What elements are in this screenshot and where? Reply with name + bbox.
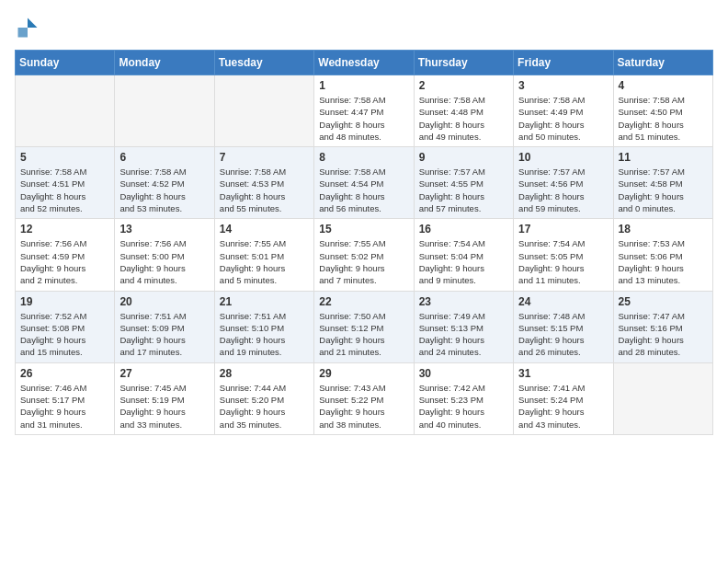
day-info: Sunrise: 7:58 AMSunset: 4:52 PMDaylight:… [119,166,209,214]
day-number: 31 [518,367,608,380]
day-number: 16 [419,223,508,236]
calendar-day-cell: 10Sunrise: 7:57 AMSunset: 4:56 PMDayligh… [514,147,613,219]
calendar-day-cell: 21Sunrise: 7:51 AMSunset: 5:10 PMDayligh… [214,291,313,362]
day-number: 29 [319,367,408,380]
day-number: 3 [518,79,608,92]
day-number: 13 [119,223,209,236]
calendar-day-cell: 28Sunrise: 7:44 AMSunset: 5:20 PMDayligh… [214,362,313,434]
calendar-day-cell: 17Sunrise: 7:54 AMSunset: 5:05 PMDayligh… [514,219,613,291]
day-number: 21 [220,295,309,308]
day-info: Sunrise: 7:42 AMSunset: 5:23 PMDaylight:… [419,382,508,431]
day-info: Sunrise: 7:56 AMSunset: 5:00 PMDaylight:… [119,237,209,286]
day-info: Sunrise: 7:44 AMSunset: 5:20 PMDaylight:… [220,382,309,431]
day-info: Sunrise: 7:58 AMSunset: 4:54 PMDaylight:… [319,166,408,214]
day-number: 6 [119,151,209,164]
day-info: Sunrise: 7:57 AMSunset: 4:58 PMDaylight:… [619,166,708,214]
logo-icon [15,15,40,40]
day-info: Sunrise: 7:58 AMSunset: 4:47 PMDaylight:… [319,94,408,143]
svg-rect-1 [18,28,28,38]
day-number: 8 [319,151,408,164]
calendar-day-cell: 8Sunrise: 7:58 AMSunset: 4:54 PMDaylight… [314,147,414,219]
calendar-day-cell: 16Sunrise: 7:54 AMSunset: 5:04 PMDayligh… [414,219,513,291]
day-info: Sunrise: 7:58 AMSunset: 4:49 PMDaylight:… [518,94,608,143]
page-header [15,15,713,40]
day-number: 9 [419,151,508,164]
day-info: Sunrise: 7:58 AMSunset: 4:50 PMDaylight:… [619,94,708,143]
calendar-day-cell [16,75,115,147]
day-number: 14 [220,223,309,236]
weekday-header-cell: Sunday [16,51,115,75]
calendar-day-cell: 30Sunrise: 7:42 AMSunset: 5:23 PMDayligh… [414,362,513,434]
calendar-day-cell: 27Sunrise: 7:45 AMSunset: 5:19 PMDayligh… [115,362,214,434]
day-number: 5 [20,151,109,164]
calendar-day-cell [214,75,313,147]
day-number: 22 [319,295,408,308]
calendar-day-cell: 2Sunrise: 7:58 AMSunset: 4:48 PMDaylight… [414,75,513,147]
calendar-day-cell: 3Sunrise: 7:58 AMSunset: 4:49 PMDaylight… [514,75,613,147]
day-info: Sunrise: 7:49 AMSunset: 5:13 PMDaylight:… [419,310,508,359]
calendar-day-cell: 20Sunrise: 7:51 AMSunset: 5:09 PMDayligh… [115,291,214,362]
weekday-header-cell: Thursday [414,51,513,75]
calendar-week-row: 26Sunrise: 7:46 AMSunset: 5:17 PMDayligh… [16,362,713,434]
calendar-day-cell: 26Sunrise: 7:46 AMSunset: 5:17 PMDayligh… [16,362,115,434]
day-info: Sunrise: 7:54 AMSunset: 5:04 PMDaylight:… [419,237,508,286]
weekday-header-cell: Saturday [613,51,712,75]
calendar-week-row: 1Sunrise: 7:58 AMSunset: 4:47 PMDaylight… [16,75,713,147]
calendar-day-cell: 19Sunrise: 7:52 AMSunset: 5:08 PMDayligh… [16,291,115,362]
calendar-day-cell: 22Sunrise: 7:50 AMSunset: 5:12 PMDayligh… [314,291,414,362]
day-info: Sunrise: 7:53 AMSunset: 5:06 PMDaylight:… [619,237,708,286]
day-info: Sunrise: 7:58 AMSunset: 4:53 PMDaylight:… [220,166,309,214]
day-number: 1 [319,79,408,92]
day-info: Sunrise: 7:55 AMSunset: 5:02 PMDaylight:… [319,237,408,286]
calendar-day-cell: 18Sunrise: 7:53 AMSunset: 5:06 PMDayligh… [613,219,712,291]
calendar-day-cell: 1Sunrise: 7:58 AMSunset: 4:47 PMDaylight… [314,75,414,147]
day-number: 20 [119,295,209,308]
calendar-day-cell [613,362,712,434]
calendar-day-cell: 29Sunrise: 7:43 AMSunset: 5:22 PMDayligh… [314,362,414,434]
day-number: 27 [119,367,209,380]
day-number: 4 [619,79,708,92]
day-info: Sunrise: 7:58 AMSunset: 4:48 PMDaylight:… [419,94,508,143]
day-number: 7 [220,151,309,164]
calendar-day-cell: 5Sunrise: 7:58 AMSunset: 4:51 PMDaylight… [16,147,115,219]
calendar-day-cell: 12Sunrise: 7:56 AMSunset: 4:59 PMDayligh… [16,219,115,291]
calendar-day-cell: 6Sunrise: 7:58 AMSunset: 4:52 PMDaylight… [115,147,214,219]
calendar-day-cell: 23Sunrise: 7:49 AMSunset: 5:13 PMDayligh… [414,291,513,362]
svg-marker-0 [28,18,38,29]
day-info: Sunrise: 7:46 AMSunset: 5:17 PMDaylight:… [20,382,109,431]
weekday-header-cell: Monday [115,51,214,75]
day-number: 11 [619,151,708,164]
day-number: 19 [20,295,109,308]
day-number: 18 [619,223,708,236]
calendar-week-row: 12Sunrise: 7:56 AMSunset: 4:59 PMDayligh… [16,219,713,291]
day-number: 23 [419,295,508,308]
day-number: 26 [20,367,109,380]
day-number: 12 [20,223,109,236]
day-number: 15 [319,223,408,236]
calendar-table: SundayMondayTuesdayWednesdayThursdayFrid… [15,50,713,435]
calendar-day-cell: 31Sunrise: 7:41 AMSunset: 5:24 PMDayligh… [514,362,613,434]
day-info: Sunrise: 7:51 AMSunset: 5:10 PMDaylight:… [220,310,309,359]
day-info: Sunrise: 7:51 AMSunset: 5:09 PMDaylight:… [119,310,209,359]
day-info: Sunrise: 7:52 AMSunset: 5:08 PMDaylight:… [20,310,109,359]
weekday-header-row: SundayMondayTuesdayWednesdayThursdayFrid… [16,51,713,75]
day-info: Sunrise: 7:45 AMSunset: 5:19 PMDaylight:… [119,382,209,431]
day-number: 2 [419,79,508,92]
calendar-day-cell: 13Sunrise: 7:56 AMSunset: 5:00 PMDayligh… [115,219,214,291]
day-info: Sunrise: 7:47 AMSunset: 5:16 PMDaylight:… [619,310,708,359]
calendar-day-cell: 14Sunrise: 7:55 AMSunset: 5:01 PMDayligh… [214,219,313,291]
day-info: Sunrise: 7:48 AMSunset: 5:15 PMDaylight:… [518,310,608,359]
day-number: 10 [518,151,608,164]
weekday-header-cell: Wednesday [314,51,414,75]
weekday-header-cell: Tuesday [214,51,313,75]
day-info: Sunrise: 7:43 AMSunset: 5:22 PMDaylight:… [319,382,408,431]
day-info: Sunrise: 7:41 AMSunset: 5:24 PMDaylight:… [518,382,608,431]
day-info: Sunrise: 7:58 AMSunset: 4:51 PMDaylight:… [20,166,109,214]
day-info: Sunrise: 7:57 AMSunset: 4:56 PMDaylight:… [518,166,608,214]
day-info: Sunrise: 7:50 AMSunset: 5:12 PMDaylight:… [319,310,408,359]
calendar-day-cell: 25Sunrise: 7:47 AMSunset: 5:16 PMDayligh… [613,291,712,362]
logo [15,15,44,40]
day-info: Sunrise: 7:56 AMSunset: 4:59 PMDaylight:… [20,237,109,286]
calendar-week-row: 5Sunrise: 7:58 AMSunset: 4:51 PMDaylight… [16,147,713,219]
day-info: Sunrise: 7:57 AMSunset: 4:55 PMDaylight:… [419,166,508,214]
